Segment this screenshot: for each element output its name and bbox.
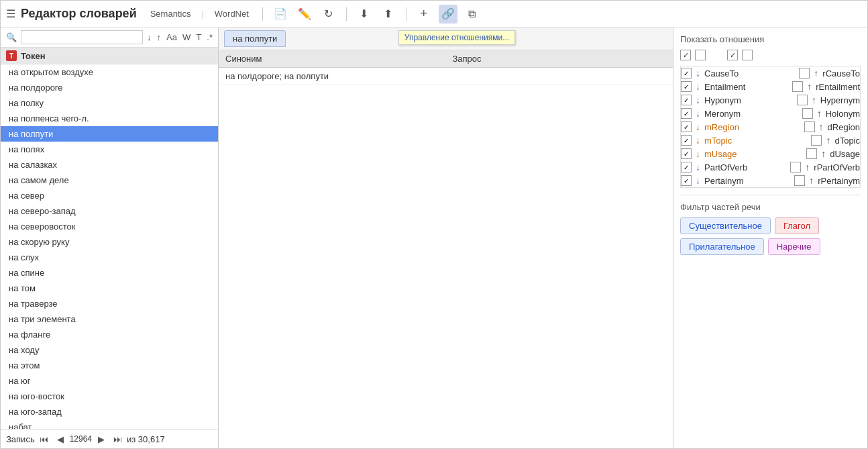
- rel-check-rentailment[interactable]: [792, 81, 803, 92]
- list-item[interactable]: на салазках: [1, 157, 218, 172]
- relation-row: ↓ Entailment ↑ rEntailment: [681, 80, 860, 93]
- sort-asc-btn[interactable]: ↑: [156, 31, 163, 44]
- list-item[interactable]: на юго-восток: [1, 389, 218, 404]
- rel-check-rpartofverb[interactable]: [790, 162, 801, 172]
- list-item[interactable]: на север: [1, 188, 218, 203]
- rel-check-mregion[interactable]: [681, 121, 692, 132]
- link-icon-btn[interactable]: 🔗 Управление отношениями...: [439, 5, 457, 23]
- app-window: ☰ Редактор словарей Semantics | WordNet …: [0, 0, 868, 449]
- list-item[interactable]: на северовосток: [1, 219, 218, 234]
- list-item[interactable]: на северо-запад: [1, 203, 218, 219]
- token-icon: T: [6, 50, 17, 61]
- edit-icon-btn[interactable]: ✏️: [295, 5, 314, 23]
- nav-first-btn[interactable]: ⏮: [38, 432, 51, 446]
- pos-btn-noun[interactable]: Существительное: [680, 217, 771, 234]
- list-item[interactable]: набат: [1, 419, 218, 429]
- pos-btn-adv[interactable]: Наречие: [768, 238, 820, 255]
- rel-check-entailment[interactable]: [681, 81, 692, 92]
- pos-btn-adj[interactable]: Прилагательное: [680, 238, 764, 255]
- list-item[interactable]: на траверзе: [1, 296, 218, 311]
- relation-row: ↓ mRegion ↑ dRegion: [681, 120, 860, 134]
- rel-check-meronym[interactable]: [681, 108, 692, 119]
- nav-prev-btn[interactable]: ◀: [54, 432, 67, 446]
- download-icon-btn[interactable]: ⬇: [355, 5, 374, 23]
- list-item[interactable]: на слух: [1, 250, 218, 265]
- upload-icon-btn[interactable]: ⬆: [379, 5, 398, 23]
- list-item[interactable]: на том: [1, 281, 218, 296]
- list-item[interactable]: на спине: [1, 265, 218, 281]
- rel-check-dregion[interactable]: [804, 121, 815, 132]
- refresh-icon-btn[interactable]: ↻: [319, 5, 338, 23]
- list-item[interactable]: на ходу: [1, 342, 218, 358]
- token-label: Токен: [21, 51, 46, 61]
- relation-row: ↓ CauseTo ↑ rCauseTo: [681, 66, 860, 80]
- rel-arrow-entailment: ↓: [696, 81, 700, 92]
- rel-arrow-holonym: ↑: [817, 108, 822, 119]
- menu-icon[interactable]: ☰: [6, 7, 15, 20]
- pos-btn-verb[interactable]: Глагол: [775, 217, 819, 234]
- rel-check-mtopic[interactable]: [681, 135, 692, 146]
- tab-wordnet[interactable]: WordNet: [209, 7, 254, 20]
- list-item[interactable]: на полдороге: [1, 80, 218, 95]
- list-item[interactable]: на этом: [1, 358, 218, 373]
- rel-arrow-hyponym: ↓: [696, 95, 700, 105]
- sort-w-btn[interactable]: W: [181, 31, 192, 44]
- rel-check-causeto[interactable]: [681, 68, 692, 79]
- rel-check-dtopic[interactable]: [811, 135, 822, 146]
- add-icon-btn[interactable]: +: [415, 5, 433, 23]
- rel-name-pertainym: Pertainym: [704, 176, 744, 186]
- layout-icon-btn[interactable]: ⧉: [463, 5, 482, 23]
- list-item[interactable]: на открытом воздухе: [1, 64, 218, 80]
- rel-name-hypernym: Hypernym: [820, 95, 860, 105]
- rel-name-causeto: CauseTo: [704, 68, 739, 79]
- tab-semantics[interactable]: Semantics: [145, 7, 197, 20]
- rel-check-hyponym[interactable]: [681, 95, 692, 105]
- search-input[interactable]: [21, 30, 143, 44]
- list-item[interactable]: на полку: [1, 95, 218, 111]
- rel-check-rcauseto[interactable]: [799, 68, 810, 79]
- list-item[interactable]: на полпенса чего-л.: [1, 111, 218, 126]
- global-uncheck-left[interactable]: [695, 50, 706, 60]
- rel-arrow-mregion: ↓: [696, 121, 700, 132]
- rel-check-pertainym[interactable]: [681, 175, 692, 186]
- rel-name-dregion: dRegion: [828, 122, 860, 132]
- toolbar-sep-1: [262, 7, 263, 21]
- nav-next-btn[interactable]: ▶: [95, 432, 108, 446]
- rel-arrow-dtopic: ↑: [826, 135, 830, 146]
- rel-check-holonym[interactable]: [802, 108, 813, 119]
- list-item[interactable]: на юго-запад: [1, 404, 218, 419]
- sort-alpha-btn[interactable]: Аа: [165, 31, 178, 44]
- sort-desc-btn[interactable]: ↓: [146, 31, 153, 44]
- rel-name-hyponym: Hyponym: [704, 95, 741, 105]
- synonym-table: Синоним Запрос на полдороге; на полпути: [219, 50, 673, 85]
- current-record: 12964: [70, 434, 92, 444]
- cell-query: [446, 68, 673, 85]
- page-icon-btn[interactable]: 📄: [271, 5, 290, 23]
- list-item[interactable]: на фланге: [1, 327, 218, 342]
- rel-arrow-dregion: ↑: [819, 121, 824, 132]
- list-item-selected[interactable]: на полпути: [1, 126, 218, 142]
- global-check-all-right[interactable]: [727, 50, 738, 60]
- rel-check-dusage[interactable]: [806, 148, 817, 159]
- list-item[interactable]: на скорую руку: [1, 234, 218, 250]
- rel-check-hypernym[interactable]: [797, 95, 808, 105]
- rel-check-partofverb[interactable]: [681, 162, 692, 172]
- rel-check-musage[interactable]: [681, 148, 692, 159]
- word-list[interactable]: на открытом воздухе на полдороге на полк…: [1, 64, 218, 429]
- list-item[interactable]: на три элемента: [1, 311, 218, 327]
- sort-regex-btn[interactable]: .*: [205, 31, 214, 44]
- rel-check-rpertainym[interactable]: [794, 175, 805, 186]
- cell-synonym: на полдороге; на полпути: [219, 68, 446, 85]
- content-tab-halfpath[interactable]: на полпути: [224, 30, 286, 47]
- global-uncheck-right[interactable]: [742, 50, 753, 60]
- list-item[interactable]: на самом деле: [1, 172, 218, 188]
- list-item[interactable]: на полях: [1, 142, 218, 157]
- total-records: из 30,617: [127, 434, 165, 444]
- rel-right-causeto: ↑ rCauseTo: [799, 68, 860, 79]
- list-item[interactable]: на юг: [1, 373, 218, 389]
- col-synonym: Синоним: [219, 50, 446, 68]
- global-check-all-left[interactable]: [680, 50, 691, 60]
- nav-last-btn[interactable]: ⏭: [111, 432, 124, 446]
- rel-arrow-dusage: ↑: [821, 148, 826, 159]
- sort-t-btn[interactable]: T: [195, 31, 203, 44]
